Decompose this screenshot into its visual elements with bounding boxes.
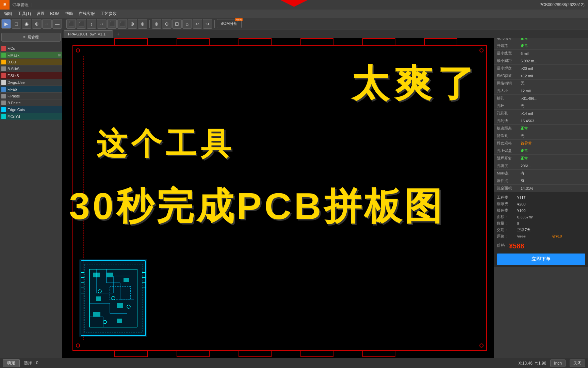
layer-item-dwgs[interactable]: Dwgs.User [0, 79, 62, 86]
menu-settings[interactable]: 设置 [34, 10, 47, 17]
prop-row-minpad: 最小焊盘 >20 mil [494, 65, 588, 72]
mount-hole-tr [479, 48, 484, 52]
connector-top-1 [114, 38, 147, 46]
tool-flip-v[interactable]: ↕ [87, 19, 96, 29]
prop-label-copper: 网络铺铜 [497, 81, 521, 86]
tool-home[interactable]: ⌂ [182, 19, 192, 29]
layer-color-fpaste [1, 94, 6, 98]
layer-name-bpaste: B.Paste [7, 101, 21, 105]
close-toggle-button[interactable]: 关闭 [570, 359, 585, 367]
menu-tools[interactable]: 工具(T) [15, 10, 34, 17]
tool-zoom-fit[interactable]: ⊡ [172, 19, 182, 29]
layer-color-fcu [1, 46, 6, 51]
menu-online-service[interactable]: 在线客服 [76, 10, 98, 17]
tool-plus1[interactable]: ⊕ [128, 19, 137, 29]
layer-item-fpaste[interactable]: F.Paste [0, 93, 62, 99]
layer-item-bpaste[interactable]: B.Paste [0, 99, 62, 106]
tool-zoom-in[interactable]: ⊕ [152, 19, 161, 29]
tool-arrow[interactable]: ↔ [42, 19, 52, 29]
layer-name-bcu: B.Cu [7, 60, 16, 64]
prop-label-smdspace: SMD间距 [497, 73, 521, 78]
layer-item-bcu[interactable]: B.Cu [0, 59, 62, 65]
tool-rect[interactable]: □ [12, 19, 21, 29]
layer-color-edge [1, 107, 6, 112]
tool-action1[interactable]: ⬛ [66, 19, 76, 29]
tool-plus2[interactable]: ⊕ [138, 19, 147, 29]
layer-name-fcrtyd: F.CrtYd [7, 114, 20, 119]
prop-row-holesize: 孔大小 12 mil [494, 87, 588, 95]
layer-name-fpaste: F.Paste [7, 94, 20, 98]
tool-select[interactable]: ▶ [1, 19, 11, 29]
prop-label-boardedge: 板边距离 [497, 126, 521, 131]
layer-color-bcu [1, 60, 6, 64]
menu-bom[interactable]: BOM [47, 11, 62, 17]
connector-top-4 [300, 38, 333, 46]
prop-value-minwidth: 6 mil [521, 51, 585, 56]
layer-item-bsilk[interactable]: B.SilkS [0, 65, 62, 72]
connector-bot-2 [177, 350, 210, 357]
tool-action4[interactable]: ⬛ [117, 19, 127, 29]
connector-top-6 [424, 38, 457, 46]
titlebar: E 订单管理 | PCB00028938(2623512) [0, 0, 588, 10]
tool-arc[interactable]: ◉ [22, 19, 31, 29]
menu-help[interactable]: 帮助 [62, 10, 76, 17]
layer-name-dwgs: Dwgs.User [7, 80, 26, 85]
canvas-area[interactable]: 太爽了 这个工具 30秒完成PCB拼板图 [62, 38, 494, 358]
bom-analysis-button[interactable]: BOM分析 NEW [217, 19, 242, 28]
tool-action3[interactable]: ⬛ [107, 19, 117, 29]
menubar: 编辑 工具(T) 设置 BOM 帮助 在线客服 工艺参数 [0, 10, 588, 18]
red-triangle-decoration [280, 0, 308, 7]
prop-value-hole2line: 15.4563... [521, 119, 585, 123]
prop-value-minspace: 5.992 m... [521, 59, 585, 63]
prop-label-mark: Mark点 [497, 171, 521, 176]
bom-new-badge: NEW [235, 18, 243, 21]
price-label-color: 颜色费 [497, 208, 517, 213]
layer-item-edge[interactable]: Edge.Cuts [0, 106, 62, 113]
layer-management-button[interactable]: ≡ 层管理 [1, 33, 61, 42]
menu-edit[interactable]: 编辑 [1, 10, 15, 17]
selection-label: 选择：0 [24, 360, 38, 366]
tool-flip-h[interactable]: ↔ [97, 19, 107, 29]
prop-row-smdspace: SMD间距 >12 mil [494, 72, 588, 80]
circuit-svg [79, 259, 147, 337]
tab-file[interactable]: FPA-G1001_pwr_V1.1... [64, 30, 113, 38]
prop-label-slothole: 槽孔 [497, 96, 521, 101]
layer-item-fsilk[interactable]: F.SilkS [0, 72, 62, 79]
overlay-text-zhegegongju: 这个工具 [96, 123, 235, 165]
layer-item-fcrtyd[interactable]: F.CrtYd [0, 113, 62, 120]
order-now-button[interactable]: 立即下单 [497, 254, 585, 265]
price-row-color: 颜色费 ¥100 [497, 207, 585, 214]
layer-item-fmask[interactable]: F.Mask ⊞ [0, 52, 62, 59]
prop-value-annular: 无 [521, 103, 585, 108]
price-label-final: 价格： [497, 243, 509, 248]
layer-item-fcu[interactable]: F.Cu [0, 45, 62, 52]
prop-label-holesize: 孔大小 [497, 88, 521, 93]
prop-row-boardedge: 板边距离 正常 [494, 125, 588, 132]
selection-status: 选择：0 [24, 360, 38, 366]
prop-row-holepad: 孔上焊盘 正常 [494, 147, 588, 155]
menu-process-params[interactable]: 工艺参数 [98, 10, 119, 17]
confirm-button[interactable]: 确定 [3, 359, 20, 367]
tool-action2[interactable]: ⬛ [77, 19, 86, 29]
tab-add-button[interactable]: + [114, 30, 122, 38]
tool-undo[interactable]: ↩ [193, 19, 202, 29]
prop-row-minspace: 最小间距 5.992 m... [494, 57, 588, 65]
prop-label-hole2line: 孔到线 [497, 118, 521, 123]
layer-item-ffab[interactable]: F.Fab [0, 86, 62, 93]
prop-row-spechole: 特殊孔 无 [494, 132, 588, 140]
tool-cross[interactable]: ⊕ [32, 19, 42, 29]
layer-mgmt-icon: ≡ [23, 35, 25, 39]
tool-redo[interactable]: ↪ [203, 19, 212, 29]
tool-zoom-out[interactable]: ⊖ [162, 19, 172, 29]
connector-bot-4 [300, 350, 333, 357]
price-label-original: 原价： [497, 234, 517, 239]
prop-label-annular: 孔环 [497, 103, 521, 108]
connector-top-5 [362, 38, 395, 46]
tool-line[interactable]: — [52, 19, 62, 29]
prop-label-minpad: 最小焊盘 [497, 66, 521, 71]
toolbar-sep1 [64, 20, 64, 28]
unit-toggle-button[interactable]: Inch [550, 359, 566, 367]
prop-label-component: 器件点 [497, 178, 521, 183]
prop-value-goldarea: 14.31% [521, 186, 585, 190]
price-label-quantity: 数量： [497, 221, 517, 226]
